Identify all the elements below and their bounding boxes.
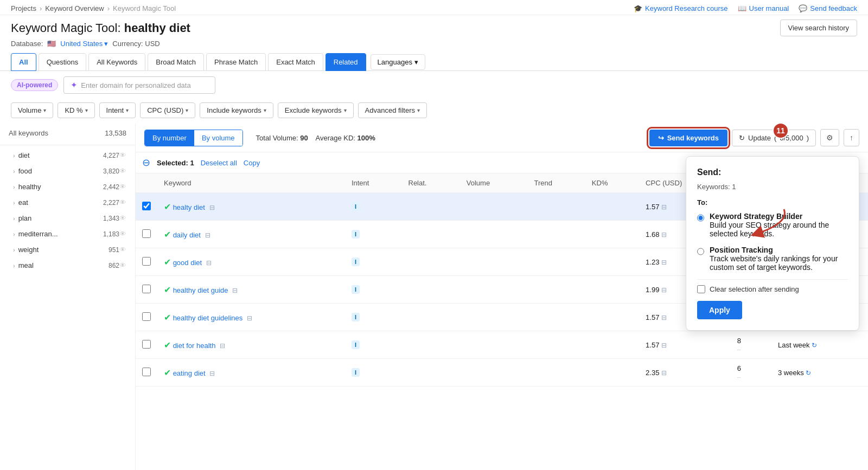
col-kd[interactable]: KD% [585,173,639,193]
eye-icon[interactable]: 👁 [119,151,126,159]
refresh-icon[interactable]: ↻ [806,369,811,377]
view-history-button[interactable]: View search history [780,20,857,36]
sidebar-item[interactable]: › mediterran... 1,183 👁 [0,226,135,242]
eye-icon[interactable]: 👁 [119,246,126,254]
tag-icon[interactable]: ⊟ [206,259,212,267]
tag-icon[interactable]: ⊟ [220,342,225,350]
keyword-link[interactable]: daily diet [173,231,201,239]
filter-include[interactable]: Include keywords ▾ [200,102,273,118]
keyword-link[interactable]: healty diet [173,203,205,211]
minus-icon[interactable]: ⊖ [142,157,150,169]
strategy-radio[interactable] [697,214,704,222]
sidebar-count-food: 3,820 [103,168,119,175]
row-checkbox[interactable] [142,368,151,376]
col-related[interactable]: Relat. [402,173,460,193]
row-checkbox[interactable] [142,257,151,266]
eye-icon[interactable]: 👁 [119,230,126,238]
filter-intent[interactable]: Intent ▾ [99,102,136,118]
sidebar-item[interactable]: › weight 951 👁 [0,242,135,257]
total-volume-value: 90 [300,134,308,142]
tag-icon[interactable]: ⊟ [205,231,210,239]
send-feedback-link[interactable]: 💬 Send feedback [799,4,857,12]
row-related-cell [402,304,460,331]
apply-button[interactable]: Apply [697,301,742,319]
send-option-strategy[interactable]: Keyword Strategy Builder Build your SEO … [697,212,848,238]
filter-cpc[interactable]: CPC (USD) ▾ [140,102,195,118]
by-number-button[interactable]: By number [145,130,194,146]
deselect-all-link[interactable]: Deselect all [201,159,237,167]
breadcrumb-projects[interactable]: Projects [11,4,36,12]
row-checkbox[interactable] [142,340,151,349]
eye-icon[interactable]: 👁 [119,183,126,191]
chevron-right-icon: › [13,199,15,206]
eye-icon[interactable]: 👁 [119,167,126,175]
row-checkbox[interactable] [142,312,151,321]
flag-icon: 🇺🇸 [47,40,56,48]
keyword-link[interactable]: diet for health [173,342,216,350]
row-volume-cell [460,276,528,304]
research-course-link[interactable]: 🎓 Keyword Research course [634,4,727,12]
keyword-link[interactable]: healthy diet guidelines [173,314,243,322]
sidebar-item[interactable]: › plan 1,343 👁 [0,210,135,226]
row-checkbox[interactable] [142,285,151,293]
by-volume-button[interactable]: By volume [194,130,242,146]
tab-phrase-match[interactable]: Phrase Match [206,53,266,71]
keyword-link[interactable]: healthy diet guide [173,286,228,294]
tab-exact-match[interactable]: Exact Match [268,53,323,71]
eye-icon[interactable]: 👁 [119,261,126,269]
clear-checkbox[interactable] [697,285,705,293]
tag-icon[interactable]: ⊟ [247,314,252,322]
col-volume[interactable]: Volume [460,173,528,193]
sidebar-item[interactable]: › food 3,820 👁 [0,163,135,179]
eye-icon[interactable]: 👁 [119,214,126,222]
tag-icon[interactable]: ⊟ [209,204,215,211]
tag-icon[interactable]: ⊟ [209,370,215,377]
row-checkbox-cell [136,304,157,331]
filter-kd[interactable]: KD % ▾ [58,102,94,118]
row-checkbox[interactable] [142,229,151,238]
col-keyword[interactable]: Keyword [157,173,345,193]
tab-all-keywords[interactable]: All Keywords [88,53,145,71]
export-button[interactable]: ↑ [844,129,859,146]
sidebar-item[interactable]: › healthy 2,442 👁 [0,179,135,195]
tab-all[interactable]: All [11,53,36,71]
tab-related[interactable]: Related [326,53,366,71]
sidebar-item[interactable]: › meal 862 👁 [0,257,135,273]
row-intent-cell: I [345,248,402,276]
row-volume-cell [460,193,528,221]
row-related-cell [402,276,460,304]
eye-icon[interactable]: 👁 [119,198,126,207]
col-trend[interactable]: Trend [527,173,585,193]
send-keywords-button[interactable]: ↪ Send keywords [649,130,727,146]
row-kd-cell [585,304,639,331]
refresh-icon[interactable]: ↻ [812,342,817,349]
copy-link[interactable]: Copy [244,159,260,167]
row-volume-cell [460,221,528,248]
top-bar: Projects › Keyword Overview › Keyword Ma… [0,0,868,15]
send-option-tracking[interactable]: Position Tracking Track website's daily … [697,246,848,272]
chevron-down-icon: ▾ [264,107,266,113]
chevron-down-icon: ▾ [85,107,88,113]
tag-icon[interactable]: ⊟ [232,287,238,294]
row-keyword-cell: ✔ eating diet ⊟ [157,359,345,387]
country-select[interactable]: United States ▾ [60,40,108,48]
db-bar: Database: 🇺🇸 United States ▾ Currency: U… [0,38,868,53]
chevron-down-icon: ▾ [126,107,129,113]
tracking-radio[interactable] [697,247,704,256]
col-intent[interactable]: Intent [345,173,402,193]
filter-advanced[interactable]: Advanced filters ▾ [358,102,427,118]
tab-questions[interactable]: Questions [39,53,87,71]
settings-button[interactable]: ⚙ [820,129,839,146]
keyword-link[interactable]: good diet [173,259,202,267]
tab-languages[interactable]: Languages ▾ [371,54,425,70]
sidebar-item[interactable]: › eat 2,227 👁 [0,195,135,210]
tab-broad-match[interactable]: Broad Match [148,53,204,71]
sidebar-item[interactable]: › diet 4,227 👁 [0,147,135,163]
keyword-link[interactable]: eating diet [173,369,206,377]
filter-exclude[interactable]: Exclude keywords ▾ [278,102,354,118]
ai-domain-input[interactable]: ✦ Enter domain for personalized data [63,76,215,94]
filter-volume[interactable]: Volume ▾ [11,102,53,118]
breadcrumb-overview[interactable]: Keyword Overview [45,4,104,12]
row-checkbox[interactable] [142,202,151,210]
user-manual-link[interactable]: 📖 User manual [738,4,789,12]
